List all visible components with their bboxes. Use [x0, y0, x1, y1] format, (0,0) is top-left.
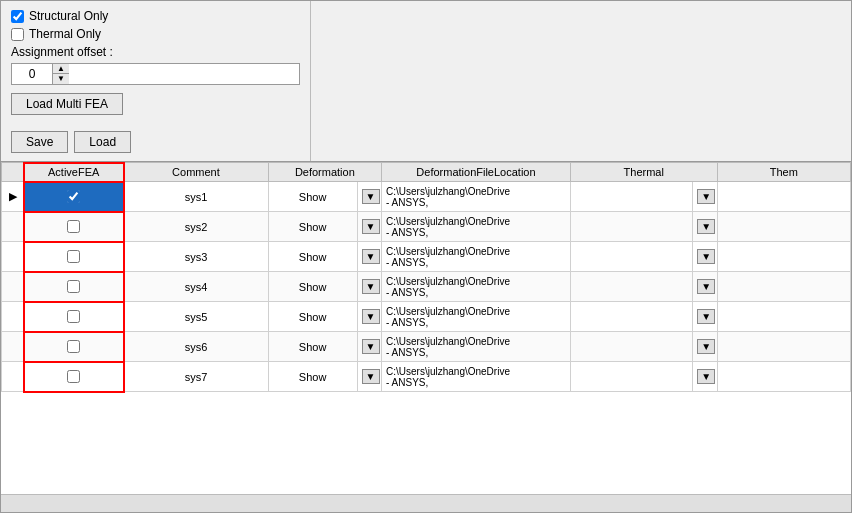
thermal-dropdown-button[interactable]: ▼	[697, 369, 715, 384]
deformation-dropdown-cell: ▼	[357, 332, 381, 362]
thermal-dropdown-cell: ▼	[693, 182, 717, 212]
comment-cell: sys4	[124, 272, 268, 302]
thermal-dropdown-cell: ▼	[693, 242, 717, 272]
structural-only-row: Structural Only	[11, 9, 300, 23]
save-load-row: Save Load	[11, 131, 300, 153]
deformation-dropdown-button[interactable]: ▼	[362, 279, 380, 294]
file-location-cell: C:\Users\julzhang\OneDrive- ANSYS,	[382, 242, 571, 272]
thermal-dropdown-button[interactable]: ▼	[697, 219, 715, 234]
spinner-up-button[interactable]: ▲	[53, 64, 69, 74]
deformation-cell: Show	[268, 272, 357, 302]
file-location-cell: C:\Users\julzhang\OneDrive- ANSYS,	[382, 212, 571, 242]
thermal-dropdown-cell: ▼	[693, 302, 717, 332]
table-body: ▶sys1Show▼C:\Users\julzhang\OneDrive- AN…	[2, 182, 851, 392]
active-fea-cell	[24, 242, 124, 272]
thermal-dropdown-cell: ▼	[693, 362, 717, 392]
thermal-cell	[570, 362, 692, 392]
data-table: ActiveFEA Comment Deformation Deformatio…	[1, 162, 851, 392]
deformation-dropdown-button[interactable]: ▼	[362, 249, 380, 264]
deformation-cell: Show	[268, 332, 357, 362]
comment-cell: sys3	[124, 242, 268, 272]
deformation-dropdown-cell: ▼	[357, 242, 381, 272]
deformation-dropdown-cell: ▼	[357, 302, 381, 332]
assignment-offset-input[interactable]	[12, 64, 52, 84]
structural-only-label: Structural Only	[29, 9, 108, 23]
file-location-cell: C:\Users\julzhang\OneDrive- ANSYS,	[382, 272, 571, 302]
thermal-dropdown-button[interactable]: ▼	[697, 339, 715, 354]
file-location-cell: C:\Users\julzhang\OneDrive- ANSYS,	[382, 362, 571, 392]
col-header-active-fea: ActiveFEA	[24, 163, 124, 182]
table-row: sys5Show▼C:\Users\julzhang\OneDrive- ANS…	[2, 302, 851, 332]
row-indicator	[2, 212, 24, 242]
deformation-dropdown-button[interactable]: ▼	[362, 369, 380, 384]
active-fea-checkbox[interactable]	[67, 190, 80, 203]
comment-cell: sys6	[124, 332, 268, 362]
comment-cell: sys2	[124, 212, 268, 242]
active-fea-cell	[24, 332, 124, 362]
deformation-dropdown-cell: ▼	[357, 182, 381, 212]
table-row: sys2Show▼C:\Users\julzhang\OneDrive- ANS…	[2, 212, 851, 242]
col-header-deformation-file: DeformationFileLocation	[382, 163, 571, 182]
file-location-cell: C:\Users\julzhang\OneDrive- ANSYS,	[382, 332, 571, 362]
save-button[interactable]: Save	[11, 131, 68, 153]
row-indicator	[2, 302, 24, 332]
table-row: sys3Show▼C:\Users\julzhang\OneDrive- ANS…	[2, 242, 851, 272]
deformation-dropdown-button[interactable]: ▼	[362, 339, 380, 354]
load-button[interactable]: Load	[74, 131, 131, 153]
active-fea-checkbox[interactable]	[67, 340, 80, 353]
deformation-dropdown-cell: ▼	[357, 212, 381, 242]
assignment-offset-spinner: ▲ ▼	[11, 63, 300, 85]
structural-only-checkbox[interactable]	[11, 10, 24, 23]
thermal-dropdown-button[interactable]: ▼	[697, 309, 715, 324]
right-panel-top	[311, 1, 851, 161]
thermal-dropdown-cell: ▼	[693, 272, 717, 302]
table-row: ▶sys1Show▼C:\Users\julzhang\OneDrive- AN…	[2, 182, 851, 212]
table-row: sys4Show▼C:\Users\julzhang\OneDrive- ANS…	[2, 272, 851, 302]
col-header-thermal: Thermal	[570, 163, 717, 182]
table-row: sys7Show▼C:\Users\julzhang\OneDrive- ANS…	[2, 362, 851, 392]
thermal-cell	[570, 242, 692, 272]
thermal-dropdown-cell: ▼	[693, 332, 717, 362]
file-location-cell: C:\Users\julzhang\OneDrive- ANSYS,	[382, 182, 571, 212]
thermal-dropdown-button[interactable]: ▼	[697, 279, 715, 294]
thermal-only-row: Thermal Only	[11, 27, 300, 41]
deformation-dropdown-button[interactable]: ▼	[362, 309, 380, 324]
deformation-dropdown-button[interactable]: ▼	[362, 219, 380, 234]
load-multi-fea-button[interactable]: Load Multi FEA	[11, 93, 123, 115]
deformation-cell: Show	[268, 212, 357, 242]
them-cell	[717, 272, 850, 302]
spinner-down-button[interactable]: ▼	[53, 74, 69, 84]
thermal-dropdown-cell: ▼	[693, 212, 717, 242]
them-cell	[717, 212, 850, 242]
active-fea-checkbox[interactable]	[67, 370, 80, 383]
col-header-deformation: Deformation	[268, 163, 381, 182]
bottom-section: ActiveFEA Comment Deformation Deformatio…	[1, 162, 851, 512]
thermal-dropdown-button[interactable]: ▼	[697, 189, 715, 204]
them-cell	[717, 332, 850, 362]
row-indicator: ▶	[2, 182, 24, 212]
deformation-dropdown-button[interactable]: ▼	[362, 189, 380, 204]
row-indicator	[2, 272, 24, 302]
thermal-only-checkbox[interactable]	[11, 28, 24, 41]
col-header-indicator	[2, 163, 24, 182]
comment-cell: sys5	[124, 302, 268, 332]
thermal-cell	[570, 302, 692, 332]
active-fea-checkbox[interactable]	[67, 220, 80, 233]
assignment-offset-row: Assignment offset :	[11, 45, 300, 59]
active-fea-cell	[24, 212, 124, 242]
active-fea-checkbox[interactable]	[67, 280, 80, 293]
active-fea-checkbox[interactable]	[67, 250, 80, 263]
active-fea-cell	[24, 362, 124, 392]
spinner-buttons: ▲ ▼	[52, 64, 69, 84]
deformation-cell: Show	[268, 302, 357, 332]
them-cell	[717, 302, 850, 332]
thermal-only-label: Thermal Only	[29, 27, 101, 41]
active-fea-checkbox[interactable]	[67, 310, 80, 323]
thermal-dropdown-button[interactable]: ▼	[697, 249, 715, 264]
table-row: sys6Show▼C:\Users\julzhang\OneDrive- ANS…	[2, 332, 851, 362]
main-container: Structural Only Thermal Only Assignment …	[0, 0, 852, 513]
thermal-cell	[570, 272, 692, 302]
table-header-row: ActiveFEA Comment Deformation Deformatio…	[2, 163, 851, 182]
row-indicator	[2, 332, 24, 362]
table-wrapper[interactable]: ActiveFEA Comment Deformation Deformatio…	[1, 162, 851, 494]
